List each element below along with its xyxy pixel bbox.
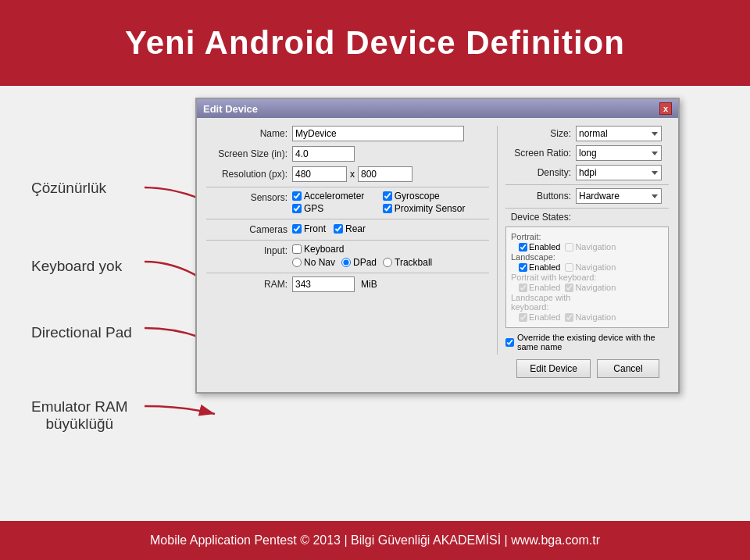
sensors-label: Sensors: (206, 191, 292, 203)
portrait-nav-check: Navigation (565, 242, 616, 251)
resolution-height-input[interactable] (358, 166, 412, 182)
landscape-nav-check: Navigation (565, 262, 616, 272)
screen-size-input[interactable] (292, 146, 355, 162)
portrait-enabled-checkbox[interactable] (519, 243, 527, 251)
size-row: Size: normal (505, 126, 669, 141)
device-states-label: Device States: (505, 212, 576, 223)
size-label: Size: (505, 128, 576, 139)
rear-camera-checkbox[interactable] (334, 224, 343, 234)
keyboard-check-label: Keyboard (304, 244, 344, 255)
buttons-select[interactable]: Hardware (576, 188, 662, 204)
trackball-label: Trackball (395, 257, 432, 268)
landscape-enabled-label: Enabled (529, 262, 560, 272)
portrait-checks-row: Enabled Navigation (511, 242, 663, 251)
name-row: Name: (206, 126, 489, 141)
override-label: Override the existing device with the sa… (517, 333, 669, 351)
accelerometer-label: Accelerometer (304, 191, 364, 202)
trackball-radio-item: Trackball (383, 257, 432, 268)
accelerometer-checkbox[interactable] (292, 191, 302, 201)
landscape-keyboard-label: Landscape with keyboard: (511, 293, 605, 312)
footer: Mobile Application Pentest © 2013 | Bilg… (0, 521, 750, 560)
keyboard-check-item: Keyboard (292, 244, 432, 255)
portrait-nav-checkbox[interactable] (565, 243, 573, 251)
buttons-label: Buttons: (505, 191, 576, 202)
front-camera-checkbox[interactable] (292, 224, 302, 234)
density-select[interactable]: hdpi (576, 165, 662, 180)
landscape-checks-row: Enabled Navigation (511, 262, 663, 272)
portrait-keyboard-enabled-checkbox[interactable] (519, 284, 527, 292)
portrait-enabled-check: Enabled (519, 242, 560, 251)
landscape-enabled-checkbox[interactable] (519, 263, 527, 272)
dialog-right: Size: normal Screen Ratio: long Density: (497, 126, 669, 355)
portrait-keyboard-nav-label: Navigation (575, 283, 616, 292)
resolution-label: Resolution (px): (206, 169, 292, 180)
resolution-x: x (350, 169, 355, 180)
dialog-left: Name: Screen Size (in): Resolution (px):… (206, 126, 489, 355)
portrait-keyboard-enabled-label: Enabled (529, 283, 560, 292)
portrait-keyboard-nav-check: Navigation (565, 283, 616, 292)
landscape-nav-checkbox[interactable] (565, 263, 573, 272)
rear-camera-label: Rear (345, 223, 366, 234)
footer-text: Mobile Application Pentest © 2013 | Bilg… (150, 533, 600, 548)
landscape-keyboard-nav-checkbox[interactable] (565, 313, 573, 322)
proximity-check-item: Proximity Sensor (383, 203, 466, 214)
density-row: Density: hdpi (505, 165, 669, 180)
ram-input[interactable] (292, 276, 355, 292)
landscape-nav-label: Navigation (575, 262, 616, 272)
screen-ratio-select[interactable]: long (576, 145, 662, 161)
portrait-keyboard-nav-checkbox[interactable] (565, 284, 573, 292)
override-row: Override the existing device with the sa… (505, 333, 669, 351)
dialog-close-button[interactable]: x (659, 102, 672, 115)
proximity-checkbox[interactable] (383, 204, 392, 213)
ram-label: RAM: (206, 279, 292, 290)
cameras-grid: Front Rear (292, 223, 367, 234)
device-states-box: Portrait: Enabled Navigation (505, 226, 669, 328)
cancel-button[interactable]: Cancel (597, 359, 659, 378)
ram-row: RAM: MiB (206, 276, 489, 292)
landscape-keyboard-nav-check: Navigation (565, 312, 616, 322)
name-label: Name: (206, 128, 292, 139)
front-camera-check-item: Front (292, 223, 326, 234)
nonav-radio[interactable] (292, 258, 302, 267)
landscape-keyboard-enabled-label: Enabled (529, 312, 560, 322)
label-keyboard: Keyboard yok (31, 258, 122, 275)
cameras-row: Cameras Front Rear (206, 223, 489, 235)
size-select[interactable]: normal (576, 126, 662, 141)
edit-device-dialog: Edit Device x Name: Screen Size (in): Re… (195, 98, 680, 394)
ram-inputs: MiB (292, 276, 377, 292)
landscape-keyboard-header-row: Landscape with keyboard: (511, 293, 663, 312)
landscape-enabled-check: Enabled (519, 262, 560, 272)
screen-ratio-row: Screen Ratio: long (505, 145, 669, 161)
resolution-row: Resolution (px): x (206, 166, 489, 182)
dialog-body: Name: Screen Size (in): Resolution (px):… (197, 118, 678, 392)
gyroscope-checkbox[interactable] (383, 191, 392, 201)
screen-size-label: Screen Size (in): (206, 148, 292, 159)
resolution-width-input[interactable] (292, 166, 347, 182)
front-camera-label: Front (304, 223, 326, 234)
name-input[interactable] (292, 126, 464, 141)
input-options: Keyboard No Nav DPad (292, 244, 432, 268)
landscape-header-row: Landscape: (511, 252, 663, 262)
sensors-row: Sensors: Accelerometer Gyroscope GPS (206, 191, 489, 214)
gps-checkbox[interactable] (292, 204, 302, 213)
dpad-radio[interactable] (341, 258, 351, 267)
keyboard-checkbox[interactable] (292, 244, 302, 254)
proximity-label: Proximity Sensor (395, 203, 466, 214)
accelerometer-check-item: Accelerometer (292, 191, 375, 202)
override-checkbox[interactable] (505, 338, 514, 347)
dialog-title: Edit Device (203, 103, 258, 115)
dialog-columns: Name: Screen Size (in): Resolution (px):… (206, 126, 669, 355)
landscape-keyboard-enabled-checkbox[interactable] (519, 313, 527, 322)
header: Yeni Android Device Definition (0, 0, 750, 86)
cameras-label: Cameras (206, 223, 292, 235)
ram-unit: MiB (361, 279, 377, 290)
dpad-label: DPad (353, 257, 377, 268)
trackball-radio[interactable] (383, 258, 392, 267)
label-directional: Directional Pad (31, 324, 132, 341)
screen-ratio-label: Screen Ratio: (505, 148, 576, 159)
edit-device-button[interactable]: Edit Device (516, 359, 591, 378)
portrait-keyboard-enabled-check: Enabled (519, 283, 560, 292)
landscape-keyboard-checks-row: Enabled Navigation (511, 312, 663, 322)
input-label: Input: (206, 244, 292, 256)
landscape-label: Landscape: (511, 252, 605, 262)
